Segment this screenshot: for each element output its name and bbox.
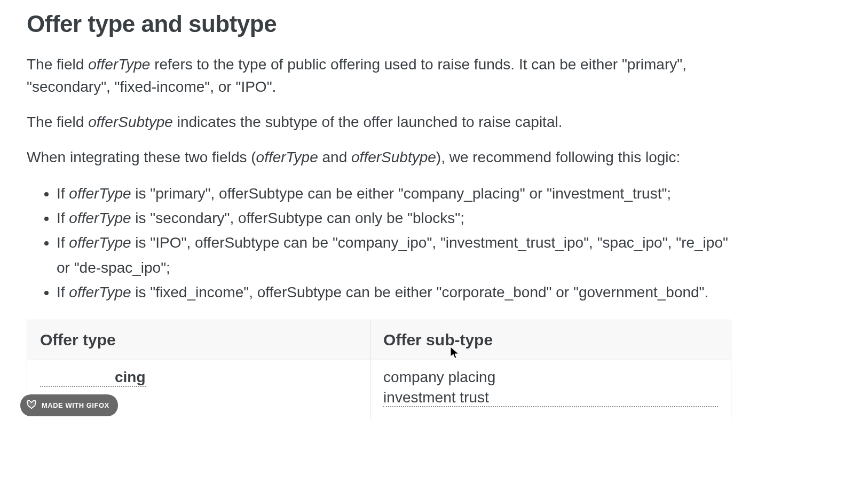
text: is "IPO", offerSubtype can be "company_i… <box>57 234 728 275</box>
text: indicates the subtype of the offer launc… <box>173 114 563 130</box>
subtype-value: investment trust <box>383 389 718 407</box>
text: When integrating these two fields ( <box>27 149 256 165</box>
fox-icon <box>26 399 37 412</box>
offer-type-value: cing <box>40 369 146 387</box>
list-item: If offerType is "secondary", offerSubtyp… <box>57 206 740 231</box>
section-heading: Offer type and subtype <box>27 11 841 37</box>
badge-text: MADE WITH GIFOX <box>42 401 109 409</box>
paragraph-3: When integrating these two fields (offer… <box>27 146 731 169</box>
text: is "fixed_income", offerSubtype can be e… <box>131 284 709 300</box>
table-row: cing company placing investment trust <box>27 360 731 419</box>
text: The field <box>27 114 88 130</box>
field-name: offerType <box>88 56 150 73</box>
field-name: offerSubtype <box>351 149 436 165</box>
gifox-badge[interactable]: MADE WITH GIFOX <box>20 394 118 416</box>
field-name: offerType <box>69 234 131 251</box>
text: If <box>57 210 69 226</box>
column-header-offer-type: Offer type <box>27 320 370 360</box>
subtype-value: company placing <box>383 369 718 386</box>
text: is "secondary", offerSubtype can only be… <box>131 210 464 226</box>
column-header-offer-subtype: Offer sub-type <box>370 320 731 360</box>
field-name: offerType <box>69 185 131 202</box>
list-item: If offerType is "IPO", offerSubtype can … <box>57 231 740 280</box>
paragraph-2: The field offerSubtype indicates the sub… <box>27 111 731 133</box>
text: If <box>57 234 69 251</box>
text: If <box>57 185 69 202</box>
field-name: offerType <box>69 210 131 226</box>
text: ), we recommend following this logic: <box>436 149 681 165</box>
text: If <box>57 284 69 300</box>
paragraph-1: The field offerType refers to the type o… <box>27 53 731 98</box>
text: The field <box>27 56 88 73</box>
cell-offer-subtype: company placing investment trust <box>370 360 731 419</box>
text: is "primary", offerSubtype can be either… <box>131 185 672 202</box>
offer-type-table: Offer type Offer sub-type cing company p… <box>27 320 731 419</box>
field-name: offerType <box>256 149 318 165</box>
list-item: If offerType is "fixed_income", offerSub… <box>57 280 740 305</box>
field-name: offerSubtype <box>88 114 173 130</box>
text: and <box>318 149 351 165</box>
list-item: If offerType is "primary", offerSubtype … <box>57 181 740 206</box>
field-name: offerType <box>69 284 131 300</box>
table-header-row: Offer type Offer sub-type <box>27 320 731 360</box>
logic-list: If offerType is "primary", offerSubtype … <box>57 181 841 305</box>
